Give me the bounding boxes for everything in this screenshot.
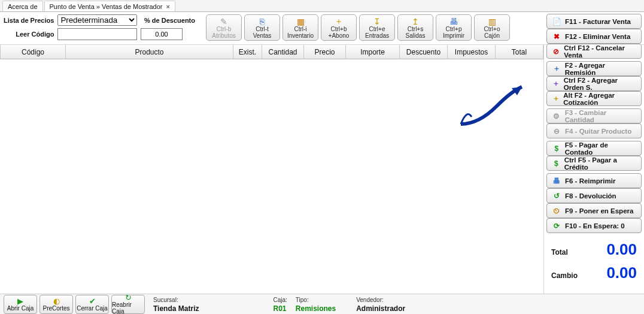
close-icon[interactable]: ×: [166, 3, 170, 10]
action-icon: ↺: [552, 191, 561, 201]
action-label: F12 - Eliminar Venta: [565, 33, 630, 40]
bottom-label: PreCortes: [42, 305, 69, 312]
read-code-label: Leer Código: [4, 31, 54, 38]
toolbar-btn-7[interactable]: ▥ Ctrl+o Cajón: [474, 14, 510, 41]
tab-about[interactable]: Acerca de: [2, 1, 43, 11]
bottom-btn-0[interactable]: ▶ Abrir Caja: [4, 295, 37, 314]
toolbar-line2: Entradas: [365, 32, 389, 39]
action-label: Ctrl F2 - Agregar Orden S.: [564, 77, 636, 91]
price-list-select[interactable]: Predeterminada: [57, 14, 137, 26]
toolbar-btn-6[interactable]: 🖶 Ctrl+p Imprimir: [436, 14, 472, 41]
col-total[interactable]: Total: [496, 45, 543, 59]
toolbar-line2: Inventario: [287, 32, 314, 39]
discount-pct-input[interactable]: [141, 28, 183, 40]
toolbar-line1: Ctrl+e: [369, 26, 385, 32]
cambio-value: 0.00: [606, 264, 637, 282]
action-btn-11[interactable]: ↺ F8 - Devolución: [546, 188, 642, 203]
action-icon: 🖶: [552, 176, 561, 186]
bottom-label: Abrir Caja: [7, 305, 34, 312]
vendedor-value: Administrador: [356, 304, 405, 313]
bottom-btn-3[interactable]: ↻ Reabrir Caja: [111, 295, 145, 314]
grid-body[interactable]: [0, 59, 543, 294]
col-impuestos[interactable]: Impuestos: [448, 45, 496, 59]
toolbar-btn-1[interactable]: ⎘ Ctrl-t Ventas: [244, 14, 280, 41]
tab-pos[interactable]: Punto de Venta » Ventas de Mostrador ×: [44, 1, 175, 11]
action-btn-9[interactable]: $ Ctrl F5 - Pagar a Crédito: [546, 156, 642, 171]
bottom-btn-2[interactable]: ✔ Cerrar Caja: [75, 295, 109, 314]
action-label: Ctrl F12 - Cancelar Venta: [564, 44, 636, 59]
action-btn-1[interactable]: ✖ F12 - Eliminar Venta: [546, 29, 642, 44]
toolbar-line1: Ctrl+p: [446, 26, 462, 32]
toolbar-btn-0: ✎ Ctrl-b Atributos: [206, 14, 242, 41]
col-codigo[interactable]: Código: [0, 45, 66, 59]
bottom-btn-1[interactable]: ◐ PreCortes: [40, 295, 73, 314]
sucursal-value: Tienda Matriz: [153, 304, 199, 313]
action-btn-13[interactable]: ⟳ F10 - En Espera: 0: [546, 218, 642, 233]
toolbar-icon: 🖶: [448, 17, 459, 26]
toolbar-btn-5[interactable]: ↥ Ctrl+s Salidas: [397, 14, 433, 41]
action-label: F3 - Cambiar Cantidad: [565, 109, 636, 123]
action-btn-10[interactable]: 🖶 F6 - Reimprimir: [546, 173, 642, 188]
toolbar-line1: Ctrl+o: [484, 26, 500, 32]
sales-grid: Código Producto Exist. Cantidad Precio I…: [0, 45, 544, 294]
action-btn-0[interactable]: 📄 F11 - Facturar Venta: [546, 14, 642, 29]
toolbar-btn-2[interactable]: ▦ Ctrl-i Inventario: [282, 14, 318, 41]
col-precio[interactable]: Precio: [304, 45, 346, 59]
col-cantidad[interactable]: Cantidad: [262, 45, 304, 59]
action-label: F9 - Poner en Espera: [565, 207, 633, 215]
col-descuento[interactable]: Descuento: [400, 45, 448, 59]
bottom-icon: ▶: [17, 297, 23, 305]
toolbar-line1: Ctrl+b: [331, 26, 347, 32]
action-icon: ⏲: [552, 206, 561, 216]
read-code-input[interactable]: [57, 28, 137, 40]
action-label: F6 - Reimprimir: [565, 177, 615, 185]
bottom-icon: ↻: [125, 294, 132, 301]
bottom-label: Reabrir Caja: [112, 301, 144, 314]
toolbar-icon: ⎘: [257, 17, 268, 26]
action-btn-8[interactable]: $ F5 - Pagar de Contado: [546, 141, 642, 156]
action-btn-4[interactable]: ＋ Ctrl F2 - Agregar Orden S.: [546, 76, 642, 91]
toolbar-btn-4[interactable]: ↧ Ctrl+e Entradas: [359, 14, 395, 41]
cambio-label: Cambio: [551, 271, 578, 280]
action-icon: ＋: [552, 79, 560, 89]
action-btn-6: ⚙ F3 - Cambiar Cantidad: [546, 108, 642, 123]
toolbar-icon: ▥: [487, 17, 497, 26]
bottom-icon: ◐: [53, 297, 60, 305]
toolbar-icon: ▦: [295, 17, 306, 26]
sucursal-label: Sucursal:: [153, 297, 199, 303]
toolbar-line1: Ctrl-b: [217, 26, 231, 32]
toolbar-line1: Ctrl-t: [256, 26, 269, 32]
action-btn-7: ⊖ F4 - Quitar Producto: [546, 123, 642, 138]
action-icon: ＋: [552, 64, 561, 74]
bottom-label: Cerrar Caja: [77, 305, 108, 312]
total-value: 0.00: [606, 240, 637, 259]
action-btn-5[interactable]: ＋ Alt F2 - Agregar Cotización: [546, 91, 642, 106]
col-importe[interactable]: Importe: [346, 45, 400, 59]
action-label: Ctrl F5 - Pagar a Crédito: [564, 156, 636, 171]
action-icon: ✖: [552, 32, 561, 41]
toolbar-btn-3[interactable]: ＋ Ctrl+b +Abono: [321, 14, 357, 41]
toolbar-line1: Ctrl-i: [294, 26, 306, 32]
action-label: F2 - Agregar Remisión: [565, 62, 636, 76]
action-label: F11 - Facturar Venta: [565, 18, 631, 25]
toolbar-line2: Imprimir: [443, 32, 464, 39]
col-exist[interactable]: Exist.: [233, 45, 262, 59]
action-btn-2[interactable]: ⊘ Ctrl F12 - Cancelar Venta: [546, 44, 642, 59]
action-icon: ⚙: [552, 111, 561, 121]
caja-value: R01: [273, 304, 287, 313]
action-label: F4 - Quitar Producto: [565, 128, 631, 135]
action-btn-12[interactable]: ⏲ F9 - Poner en Espera: [546, 203, 642, 218]
col-producto[interactable]: Producto: [66, 45, 233, 59]
action-btn-3[interactable]: ＋ F2 - Agregar Remisión: [546, 61, 642, 76]
action-label: F5 - Pagar de Contado: [565, 141, 636, 156]
action-icon: ⊘: [552, 47, 560, 56]
toolbar: ✎ Ctrl-b Atributos⎘ Ctrl-t Ventas▦ Ctrl-…: [206, 14, 510, 41]
vendedor-label: Vendedor:: [356, 297, 405, 303]
bottom-bar: ▶ Abrir Caja◐ PreCortes✔ Cerrar Caja↻ Re…: [0, 294, 644, 314]
tipo-value: Remisiones: [296, 304, 336, 313]
toolbar-icon: ＋: [333, 17, 344, 26]
action-icon: ⊖: [552, 126, 561, 136]
toolbar-line2: Cajón: [484, 32, 500, 39]
toolbar-line2: Atributos: [212, 32, 235, 39]
tab-bar: Acerca de Punto de Venta » Ventas de Mos…: [0, 0, 644, 12]
